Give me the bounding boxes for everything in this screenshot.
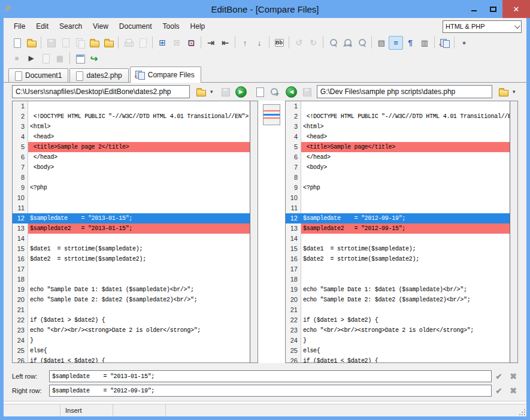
code-line[interactable]: 19echo "Sample Date 1: $date1 ($sampleda… — [286, 285, 510, 295]
code-line[interactable]: 20echo "Sample Date 2: $date2 ($sampleda… — [13, 295, 250, 305]
open-directory-button[interactable] — [101, 36, 116, 50]
left-browse-button[interactable] — [195, 85, 207, 98]
code-line[interactable]: 16$date2 = strtotime($sampledate2); — [286, 254, 510, 264]
code-line[interactable]: 7 <body> — [13, 162, 250, 173]
word-wrap-button[interactable]: ▤ — [374, 36, 389, 50]
compare-files-button[interactable]: • — [437, 36, 452, 50]
add-node-button[interactable]: ⊞ — [155, 36, 169, 50]
code-line[interactable]: 11 — [13, 203, 250, 213]
record-macro-button[interactable]: ● — [457, 36, 471, 50]
change-case-button[interactable]: Bb — [272, 36, 286, 50]
code-line[interactable]: 3<html> — [13, 122, 250, 132]
code-line[interactable]: 23echo "<br/><br/><strong>Date 2 is olde… — [13, 325, 250, 336]
special-characters-button[interactable]: ¶ — [403, 36, 417, 50]
tab-document1[interactable]: Document1 — [8, 68, 68, 82]
left-row-input[interactable] — [49, 370, 492, 382]
right-row-input[interactable] — [49, 385, 492, 397]
code-line[interactable]: 4 <head> — [286, 132, 510, 142]
code-line[interactable]: 23echo "<br/><br/><strong>Date 2 is olde… — [286, 325, 510, 336]
code-line[interactable]: 18 — [286, 274, 510, 285]
sort-descending-button[interactable]: ↓ — [252, 36, 266, 50]
tab-dates2-php[interactable]: dates2.php — [69, 68, 128, 82]
code-line[interactable]: 9<?php — [13, 183, 250, 193]
left-go-button[interactable]: ▶ — [235, 85, 247, 98]
code-line[interactable]: 21 — [286, 305, 510, 315]
tab-compare-files[interactable]: •Compare Files — [130, 67, 201, 83]
close-nodes-button[interactable]: ⊡ — [184, 36, 198, 50]
code-line[interactable]: 21 — [13, 305, 250, 315]
line-numbers-button[interactable]: ≡ — [389, 36, 403, 50]
code-line[interactable]: 25else{ — [13, 346, 250, 356]
left-recent-files-dropdown[interactable]: ▾ — [207, 85, 216, 98]
code-line[interactable]: 18 — [13, 274, 250, 285]
code-line[interactable]: 24} — [286, 336, 510, 346]
right-browse-button[interactable] — [497, 85, 510, 98]
syntax-selector[interactable]: HTML & PHP — [443, 20, 522, 33]
resize-grip[interactable] — [519, 409, 525, 415]
code-line[interactable]: 1 — [286, 101, 510, 111]
play-macro-button[interactable]: ▶ — [24, 52, 38, 65]
left-vertical-scrollbar[interactable] — [250, 101, 258, 362]
code-line[interactable]: 5 <title>Sample page</title> — [286, 142, 510, 152]
code-line[interactable]: 4 <head> — [13, 132, 250, 142]
code-line[interactable]: 12$sampledate = "2013-01-15"; — [13, 213, 250, 223]
code-line[interactable]: 17 — [286, 264, 510, 274]
split-view-button[interactable]: ▥ — [417, 36, 432, 50]
code-line[interactable]: 3<html> — [286, 122, 510, 132]
code-line[interactable]: 2 <!DOCTYPE HTML PUBLIC "-//W3C//DTD HTM… — [13, 111, 250, 122]
code-line[interactable]: 2 <!DOCTYPE HTML PUBLIC "-//W3C//DTD HTM… — [286, 111, 510, 122]
insert-date-button[interactable]: 12 — [72, 52, 87, 65]
sort-ascending-button[interactable]: ↑ — [238, 36, 252, 50]
code-line[interactable]: 24} — [13, 336, 250, 346]
indent-button[interactable]: ⇥ — [204, 36, 218, 50]
find-next-difference-button[interactable]: + — [267, 85, 280, 98]
code-line[interactable]: 12$sampledate = "2012-09-19"; — [286, 213, 510, 223]
code-line[interactable]: 15$date1 = strtotime($sampledate); — [13, 244, 250, 254]
code-line[interactable]: 13$sampledate2 = "2013-01-15"; — [13, 223, 250, 234]
code-line[interactable]: 7 <body> — [286, 162, 510, 173]
code-line[interactable]: 10 — [286, 193, 510, 203]
replace-button[interactable]: A⇔B — [340, 36, 355, 50]
right-row-apply-button[interactable]: ✔ — [492, 386, 506, 395]
new-document-button[interactable] — [10, 36, 24, 50]
search-button[interactable] — [326, 36, 340, 50]
diff-minimap[interactable] — [263, 104, 280, 125]
code-line[interactable]: 22if ($date1 > $date2) { — [13, 315, 250, 325]
code-line[interactable]: 26if ($date1 < $date2) { — [13, 356, 250, 362]
reopen-file-button[interactable]: ↩ — [87, 36, 101, 50]
right-go-button[interactable]: ◀ — [285, 85, 298, 98]
right-file-path-input[interactable] — [317, 85, 492, 98]
code-line[interactable]: 13$sampledate2 = "2012-09-15"; — [286, 223, 510, 234]
maximize-button[interactable] — [483, 0, 502, 18]
code-line[interactable]: 5 <title>Sample page 2</title> — [13, 142, 250, 152]
menu-document[interactable]: Document — [114, 20, 158, 33]
code-line[interactable]: 6 </head> — [286, 152, 510, 162]
refresh-compare-button[interactable]: ↻ — [253, 85, 266, 98]
code-line[interactable]: 6 </head> — [13, 152, 250, 162]
left-row-cancel-button[interactable]: ✖ — [506, 371, 520, 381]
code-line[interactable]: 26if ($date1 < $date2) { — [286, 356, 510, 362]
open-file-button[interactable]: → — [24, 36, 38, 50]
repeat-action-button[interactable]: ↪ — [87, 52, 101, 65]
right-recent-files-dropdown[interactable]: ▾ — [510, 85, 518, 98]
outdent-button[interactable]: ⇤ — [218, 36, 232, 50]
code-line[interactable]: 10 — [13, 193, 250, 203]
menu-view[interactable]: View — [87, 20, 114, 33]
menu-tools[interactable]: Tools — [158, 20, 185, 33]
code-line[interactable]: 14 — [286, 234, 510, 244]
code-line[interactable]: 20echo "Sample Date 2: $date2 ($sampleda… — [286, 295, 510, 305]
code-line[interactable]: 8 — [286, 173, 510, 183]
code-line[interactable]: 11 — [286, 203, 510, 213]
code-line[interactable]: 14 — [13, 234, 250, 244]
left-file-path-input[interactable] — [12, 85, 190, 98]
menu-help[interactable]: Help — [185, 20, 211, 33]
menu-search[interactable]: Search — [54, 20, 87, 33]
right-vertical-scrollbar[interactable] — [510, 101, 517, 362]
code-line[interactable]: 15$date1 = strtotime($sampledate); — [286, 244, 510, 254]
code-line[interactable]: 9<?php — [286, 183, 510, 193]
code-line[interactable]: 22if ($date1 > $date2) { — [286, 315, 510, 325]
menu-file[interactable]: File — [8, 20, 31, 33]
minimize-button[interactable] — [464, 0, 483, 18]
code-line[interactable]: 1 — [13, 101, 250, 111]
code-line[interactable]: 17 — [13, 264, 250, 274]
